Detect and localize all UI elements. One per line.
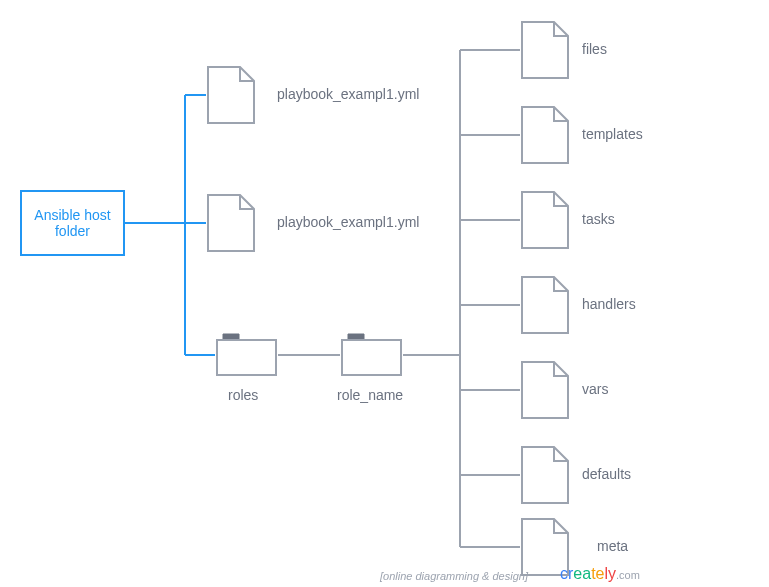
svg-rect-15: [217, 340, 276, 375]
role-handlers-label: handlers: [582, 296, 636, 312]
role-meta-label: meta: [597, 538, 628, 554]
roles-label: roles: [228, 387, 258, 403]
file-icon: [520, 190, 570, 250]
file-icon: [206, 65, 256, 125]
file-icon: [206, 193, 256, 253]
playbook2-label: playbook_exampl1.yml: [277, 214, 419, 230]
role-files-label: files: [582, 41, 607, 57]
role-templates-label: templates: [582, 126, 643, 142]
role-vars-label: vars: [582, 381, 608, 397]
file-icon: [520, 445, 570, 505]
root-folder-label: Ansible host folder: [26, 207, 119, 239]
file-icon: [520, 20, 570, 80]
footer-text: [online diagramming & design]: [380, 570, 528, 582]
file-icon: [520, 360, 570, 420]
role-name-label: role_name: [337, 387, 403, 403]
svg-rect-16: [342, 340, 401, 375]
file-icon: [520, 275, 570, 335]
folder-icon: [215, 332, 278, 377]
playbook1-label: playbook_exampl1.yml: [277, 86, 419, 102]
file-icon: [520, 105, 570, 165]
brand-logo: creately.com: [560, 565, 640, 583]
root-folder: Ansible host folder: [20, 190, 125, 256]
role-tasks-label: tasks: [582, 211, 615, 227]
folder-icon: [340, 332, 403, 377]
role-defaults-label: defaults: [582, 466, 631, 482]
diagram-canvas: Ansible host folder playbook_exampl1.yml…: [0, 0, 769, 587]
brand-suffix: .com: [616, 569, 640, 581]
